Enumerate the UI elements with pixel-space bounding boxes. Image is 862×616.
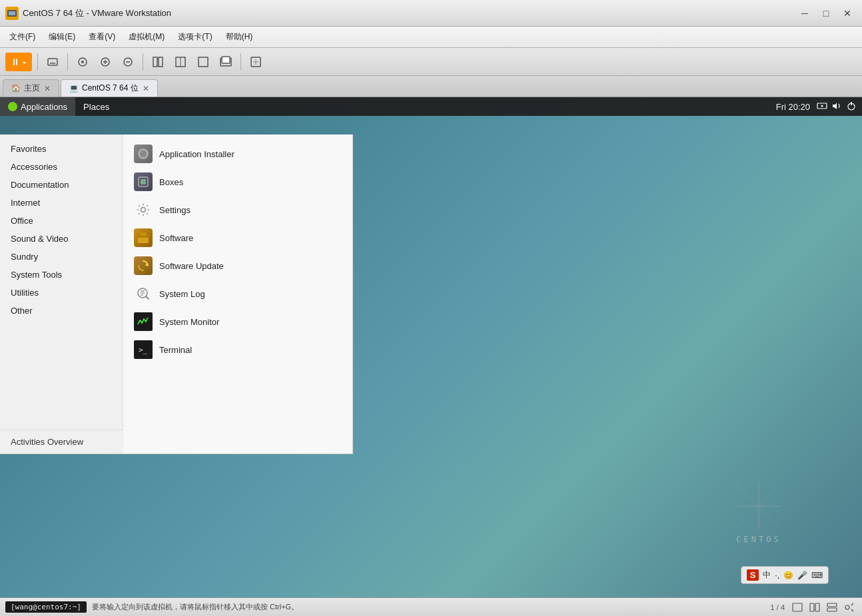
- close-button[interactable]: ✕: [838, 7, 857, 20]
- snapshot2-button[interactable]: [95, 52, 116, 72]
- svg-rect-38: [810, 603, 814, 611]
- app-terminal[interactable]: >_ Terminal: [123, 336, 352, 364]
- vmware-menubar: 文件(F) 编辑(E) 查看(V) 虚拟机(M) 选项卡(T) 帮助(H): [0, 27, 862, 48]
- ime-chinese[interactable]: 中: [763, 569, 771, 581]
- ime-punct[interactable]: ·,: [775, 571, 779, 580]
- ime-voice[interactable]: 🎤: [797, 571, 807, 580]
- send-key-button[interactable]: [42, 52, 63, 72]
- fullscreen-button[interactable]: [245, 52, 266, 72]
- power-icon[interactable]: [846, 101, 857, 113]
- centos-icon: 💻: [69, 84, 79, 93]
- applications-button[interactable]: Applications: [0, 97, 75, 116]
- close-home-tab[interactable]: ✕: [44, 84, 51, 93]
- svg-rect-1: [9, 11, 15, 15]
- applications-label: Applications: [21, 102, 67, 112]
- activities-overview[interactable]: Activities Overview: [0, 430, 123, 454]
- app-syslog[interactable]: System Log: [123, 280, 352, 308]
- places-button[interactable]: Places: [75, 97, 117, 116]
- menu-cat-favorites[interactable]: Favorites: [0, 140, 123, 158]
- menu-edit[interactable]: 编辑(E): [42, 29, 82, 45]
- view4-button[interactable]: [215, 52, 236, 72]
- installer-icon: [134, 145, 153, 163]
- pause-button[interactable]: ⏸ ▾: [5, 53, 32, 71]
- app-settings-label: Settings: [159, 205, 191, 215]
- tab-bar: 🏠 主页 ✕ 💻 CentOS 7 64 位 ✕: [0, 76, 862, 97]
- svg-rect-8: [153, 57, 157, 67]
- ime-emoji[interactable]: 😊: [783, 571, 793, 580]
- snapshot-button[interactable]: [72, 52, 93, 72]
- menu-tab[interactable]: 选项卡(T): [171, 29, 218, 45]
- app-sysmonitor[interactable]: System Monitor: [123, 308, 352, 336]
- menu-cat-systemtools[interactable]: System Tools: [0, 266, 123, 284]
- window-title: CentOS 7 64 位 - VMware Workstation: [23, 7, 795, 19]
- menu-cat-internet[interactable]: Internet: [0, 194, 123, 212]
- svg-text:>_: >_: [139, 346, 148, 354]
- minimize-button[interactable]: ─: [795, 7, 814, 20]
- svg-point-21: [140, 151, 147, 157]
- statusbar-btn2[interactable]: [807, 601, 822, 614]
- software-icon: [134, 228, 153, 247]
- statusbar-btn1[interactable]: [790, 601, 805, 614]
- gnome-topbar: Applications Places Fri 20:20: [0, 97, 862, 116]
- statusbar-btn3[interactable]: [825, 601, 839, 614]
- close-centos-tab[interactable]: ✕: [143, 84, 149, 93]
- menu-categories: Favorites Accessories Documentation Inte…: [0, 135, 123, 454]
- app-installer[interactable]: Application Installer: [123, 140, 352, 168]
- menu-file[interactable]: 文件(F): [3, 29, 42, 45]
- svg-line-43: [851, 603, 853, 605]
- ime-logo: S: [747, 569, 759, 581]
- centos-text: CENTOS: [735, 535, 782, 544]
- tab-centos-label: CentOS 7 64 位: [82, 83, 139, 94]
- svg-rect-2: [48, 59, 57, 65]
- tab-centos[interactable]: 💻 CentOS 7 64 位 ✕: [61, 79, 158, 97]
- svg-rect-23: [141, 179, 146, 184]
- app-swupdate[interactable]: Software Update: [123, 252, 352, 280]
- terminal-indicator[interactable]: [wang@centos7:~]: [5, 601, 87, 613]
- menu-help[interactable]: 帮助(H): [219, 29, 260, 45]
- menu-vm[interactable]: 虚拟机(M): [122, 29, 171, 45]
- syslog-icon: [134, 284, 153, 303]
- statusbar-btn4[interactable]: [842, 601, 857, 614]
- app-boxes[interactable]: Boxes: [123, 168, 352, 196]
- app-software[interactable]: Software: [123, 224, 352, 252]
- svg-rect-40: [827, 603, 837, 607]
- applications-menu: Favorites Accessories Documentation Inte…: [0, 135, 353, 454]
- terminal-icon: >_: [134, 340, 153, 359]
- svg-line-44: [851, 609, 853, 611]
- view3-button[interactable]: [193, 52, 214, 72]
- vm-screen[interactable]: Applications Places Fri 20:20 Favorites: [0, 97, 862, 597]
- volume-icon[interactable]: [831, 101, 842, 113]
- ime-keyboard[interactable]: ⌨: [811, 571, 823, 580]
- menu-cat-other[interactable]: Other: [0, 302, 123, 320]
- maximize-button[interactable]: □: [817, 7, 835, 20]
- svg-rect-14: [222, 57, 230, 63]
- page-indicator: 1 / 4: [771, 603, 790, 611]
- centos-watermark: CENTOS: [735, 483, 782, 544]
- network-icon[interactable]: [817, 101, 827, 113]
- menu-cat-sundry[interactable]: Sundry: [0, 248, 123, 266]
- menu-cat-office[interactable]: Office: [0, 212, 123, 230]
- app-boxes-label: Boxes: [159, 177, 183, 187]
- menu-cat-soundvideo[interactable]: Sound & Video: [0, 230, 123, 248]
- tab-home[interactable]: 🏠 主页 ✕: [3, 79, 59, 97]
- svg-rect-12: [199, 57, 208, 67]
- status-message: 要将输入定向到该虚拟机，请将鼠标指针移入其中或按 Ctrl+G。: [92, 602, 771, 612]
- toolbar-sep-2: [67, 53, 68, 71]
- vmware-toolbar: ⏸ ▾: [0, 48, 862, 76]
- system-icons: [817, 101, 857, 113]
- view-button[interactable]: [147, 52, 169, 72]
- toolbar-sep-3: [143, 53, 143, 71]
- window-controls: ─ □ ✕: [795, 7, 857, 20]
- view2-button[interactable]: [170, 52, 191, 72]
- clock: Fri 20:20: [776, 102, 810, 112]
- menu-cat-utilities[interactable]: Utilities: [0, 284, 123, 302]
- snapshot3-button[interactable]: [117, 52, 139, 72]
- menu-cat-accessories[interactable]: Accessories: [0, 158, 123, 176]
- swupdate-icon: [134, 256, 153, 275]
- app-settings[interactable]: Settings: [123, 196, 352, 224]
- places-label: Places: [83, 102, 109, 112]
- menu-cat-documentation[interactable]: Documentation: [0, 176, 123, 194]
- tab-home-label: 主页: [24, 83, 40, 94]
- settings-icon: [134, 200, 153, 219]
- menu-view[interactable]: 查看(V): [82, 29, 122, 45]
